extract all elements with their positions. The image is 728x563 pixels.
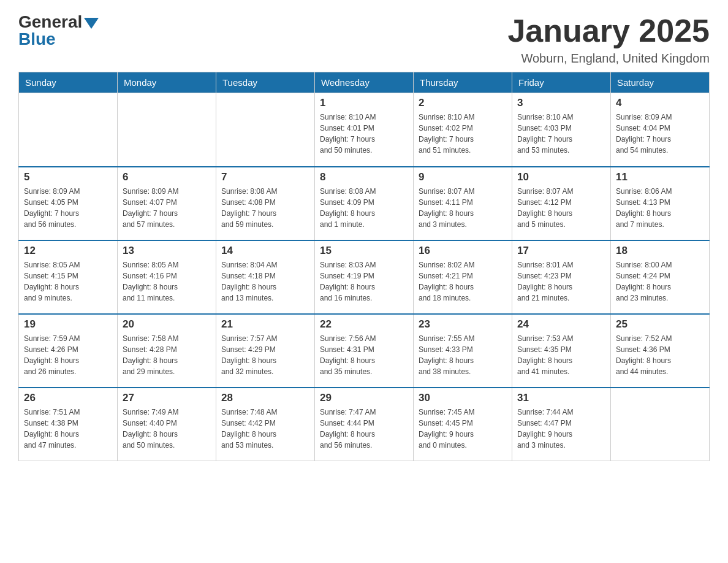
calendar-header-row: SundayMondayTuesdayWednesdayThursdayFrid…: [19, 72, 710, 93]
calendar-day-cell: 3Sunrise: 8:10 AM Sunset: 4:03 PM Daylig…: [512, 93, 611, 167]
day-info: Sunrise: 7:48 AM Sunset: 4:42 PM Dayligh…: [221, 407, 309, 451]
calendar-day-cell: 18Sunrise: 8:00 AM Sunset: 4:24 PM Dayli…: [611, 240, 710, 314]
day-info: Sunrise: 7:55 AM Sunset: 4:33 PM Dayligh…: [419, 333, 507, 377]
day-number: 18: [616, 245, 704, 257]
day-number: 8: [320, 171, 408, 183]
day-number: 22: [320, 318, 408, 331]
calendar-day-header: Tuesday: [216, 72, 315, 93]
calendar-day-cell: 13Sunrise: 8:05 AM Sunset: 4:16 PM Dayli…: [118, 240, 216, 314]
calendar-day-header: Thursday: [414, 72, 512, 93]
day-info: Sunrise: 7:53 AM Sunset: 4:35 PM Dayligh…: [517, 333, 605, 377]
calendar-day-cell: 27Sunrise: 7:49 AM Sunset: 4:40 PM Dayli…: [118, 388, 216, 461]
calendar-day-cell: 26Sunrise: 7:51 AM Sunset: 4:38 PM Dayli…: [19, 388, 118, 461]
calendar-day-cell: 8Sunrise: 8:08 AM Sunset: 4:09 PM Daylig…: [315, 167, 414, 240]
location-text: Woburn, England, United Kingdom: [507, 52, 710, 66]
calendar-day-header: Sunday: [19, 72, 118, 93]
calendar-day-header: Friday: [512, 72, 611, 93]
day-number: 28: [221, 392, 309, 404]
day-info: Sunrise: 8:07 AM Sunset: 4:11 PM Dayligh…: [419, 186, 507, 230]
day-number: 16: [419, 245, 507, 257]
calendar-day-cell: 2Sunrise: 8:10 AM Sunset: 4:02 PM Daylig…: [414, 93, 512, 167]
day-number: 30: [419, 392, 507, 404]
day-info: Sunrise: 7:52 AM Sunset: 4:36 PM Dayligh…: [616, 333, 704, 377]
day-info: Sunrise: 8:01 AM Sunset: 4:23 PM Dayligh…: [517, 259, 605, 304]
calendar-day-cell: 5Sunrise: 8:09 AM Sunset: 4:05 PM Daylig…: [19, 167, 118, 240]
logo-triangle-icon: [84, 18, 99, 29]
calendar-day-cell: 19Sunrise: 7:59 AM Sunset: 4:26 PM Dayli…: [19, 314, 118, 388]
day-info: Sunrise: 8:08 AM Sunset: 4:09 PM Dayligh…: [320, 186, 408, 230]
day-info: Sunrise: 8:03 AM Sunset: 4:19 PM Dayligh…: [320, 259, 408, 304]
calendar-day-cell: 28Sunrise: 7:48 AM Sunset: 4:42 PM Dayli…: [216, 388, 315, 461]
day-info: Sunrise: 8:00 AM Sunset: 4:24 PM Dayligh…: [616, 259, 704, 304]
day-info: Sunrise: 7:51 AM Sunset: 4:38 PM Dayligh…: [24, 407, 112, 451]
day-info: Sunrise: 8:10 AM Sunset: 4:03 PM Dayligh…: [517, 112, 605, 156]
day-number: 23: [419, 318, 507, 331]
logo: General Blue: [18, 12, 99, 49]
day-info: Sunrise: 8:09 AM Sunset: 4:04 PM Dayligh…: [616, 112, 704, 156]
calendar-day-cell: 12Sunrise: 8:05 AM Sunset: 4:15 PM Dayli…: [19, 240, 118, 314]
day-number: 3: [517, 97, 605, 109]
day-info: Sunrise: 7:47 AM Sunset: 4:44 PM Dayligh…: [320, 407, 408, 451]
calendar-day-cell: [19, 93, 118, 167]
day-info: Sunrise: 7:49 AM Sunset: 4:40 PM Dayligh…: [123, 407, 211, 451]
calendar-day-cell: 24Sunrise: 7:53 AM Sunset: 4:35 PM Dayli…: [512, 314, 611, 388]
calendar-week-row: 19Sunrise: 7:59 AM Sunset: 4:26 PM Dayli…: [19, 314, 710, 388]
calendar-day-cell: 14Sunrise: 8:04 AM Sunset: 4:18 PM Dayli…: [216, 240, 315, 314]
calendar-week-row: 26Sunrise: 7:51 AM Sunset: 4:38 PM Dayli…: [19, 388, 710, 461]
day-number: 11: [616, 171, 704, 183]
day-number: 4: [616, 97, 704, 109]
calendar-day-cell: 15Sunrise: 8:03 AM Sunset: 4:19 PM Dayli…: [315, 240, 414, 314]
calendar-day-header: Wednesday: [315, 72, 414, 93]
calendar-day-cell: 16Sunrise: 8:02 AM Sunset: 4:21 PM Dayli…: [414, 240, 512, 314]
calendar-day-cell: 11Sunrise: 8:06 AM Sunset: 4:13 PM Dayli…: [611, 167, 710, 240]
calendar-day-cell: 9Sunrise: 8:07 AM Sunset: 4:11 PM Daylig…: [414, 167, 512, 240]
day-number: 31: [517, 392, 605, 404]
day-number: 21: [221, 318, 309, 331]
calendar-day-cell: 21Sunrise: 7:57 AM Sunset: 4:29 PM Dayli…: [216, 314, 315, 388]
calendar-day-cell: 22Sunrise: 7:56 AM Sunset: 4:31 PM Dayli…: [315, 314, 414, 388]
day-number: 26: [24, 392, 112, 404]
logo-blue-text: Blue: [18, 29, 56, 49]
day-number: 5: [24, 171, 112, 183]
day-number: 15: [320, 245, 408, 257]
day-number: 25: [616, 318, 704, 331]
calendar-week-row: 12Sunrise: 8:05 AM Sunset: 4:15 PM Dayli…: [19, 240, 710, 314]
day-info: Sunrise: 7:56 AM Sunset: 4:31 PM Dayligh…: [320, 333, 408, 377]
month-title: January 2025: [507, 12, 710, 49]
calendar-day-cell: [118, 93, 216, 167]
calendar-day-cell: 31Sunrise: 7:44 AM Sunset: 4:47 PM Dayli…: [512, 388, 611, 461]
day-number: 12: [24, 245, 112, 257]
title-section: January 2025 Woburn, England, United Kin…: [507, 12, 710, 66]
calendar-day-cell: 4Sunrise: 8:09 AM Sunset: 4:04 PM Daylig…: [611, 93, 710, 167]
day-number: 6: [123, 171, 211, 183]
calendar-day-cell: 6Sunrise: 8:09 AM Sunset: 4:07 PM Daylig…: [118, 167, 216, 240]
day-info: Sunrise: 8:08 AM Sunset: 4:08 PM Dayligh…: [221, 186, 309, 230]
day-info: Sunrise: 7:45 AM Sunset: 4:45 PM Dayligh…: [419, 407, 507, 451]
day-number: 17: [517, 245, 605, 257]
calendar-day-cell: 25Sunrise: 7:52 AM Sunset: 4:36 PM Dayli…: [611, 314, 710, 388]
day-info: Sunrise: 7:59 AM Sunset: 4:26 PM Dayligh…: [24, 333, 112, 377]
calendar-week-row: 1Sunrise: 8:10 AM Sunset: 4:01 PM Daylig…: [19, 93, 710, 167]
calendar-day-cell: 23Sunrise: 7:55 AM Sunset: 4:33 PM Dayli…: [414, 314, 512, 388]
day-info: Sunrise: 8:05 AM Sunset: 4:15 PM Dayligh…: [24, 259, 112, 304]
calendar-day-cell: [216, 93, 315, 167]
calendar-day-cell: 7Sunrise: 8:08 AM Sunset: 4:08 PM Daylig…: [216, 167, 315, 240]
day-number: 14: [221, 245, 309, 257]
day-number: 13: [123, 245, 211, 257]
day-info: Sunrise: 7:58 AM Sunset: 4:28 PM Dayligh…: [123, 333, 211, 377]
day-number: 2: [419, 97, 507, 109]
day-number: 20: [123, 318, 211, 331]
day-number: 27: [123, 392, 211, 404]
calendar-day-cell: 17Sunrise: 8:01 AM Sunset: 4:23 PM Dayli…: [512, 240, 611, 314]
day-number: 7: [221, 171, 309, 183]
calendar-day-cell: 29Sunrise: 7:47 AM Sunset: 4:44 PM Dayli…: [315, 388, 414, 461]
calendar-day-header: Saturday: [611, 72, 710, 93]
day-info: Sunrise: 8:09 AM Sunset: 4:07 PM Dayligh…: [123, 186, 211, 230]
calendar-day-header: Monday: [118, 72, 216, 93]
day-number: 9: [419, 171, 507, 183]
calendar-day-cell: 10Sunrise: 8:07 AM Sunset: 4:12 PM Dayli…: [512, 167, 611, 240]
day-number: 10: [517, 171, 605, 183]
day-info: Sunrise: 8:10 AM Sunset: 4:01 PM Dayligh…: [320, 112, 408, 156]
calendar-day-cell: 1Sunrise: 8:10 AM Sunset: 4:01 PM Daylig…: [315, 93, 414, 167]
day-info: Sunrise: 8:09 AM Sunset: 4:05 PM Dayligh…: [24, 186, 112, 230]
